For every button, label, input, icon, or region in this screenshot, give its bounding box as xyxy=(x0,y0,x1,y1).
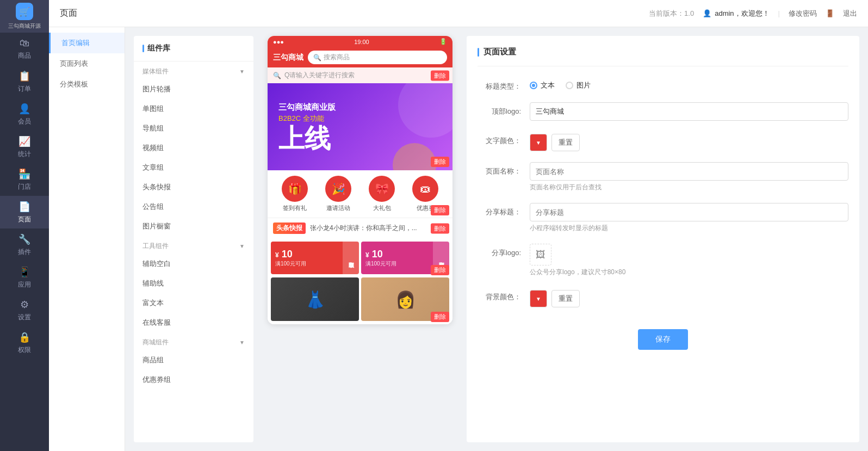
news-delete-button[interactable]: 删除 xyxy=(431,223,449,233)
page-name-label: 页面名称： xyxy=(478,162,521,176)
save-button[interactable]: 保存 xyxy=(638,329,688,350)
sidebar-logo-text: 三勾商城开源 xyxy=(8,22,41,30)
banner-delete-button[interactable]: 删除 xyxy=(431,157,449,167)
shop-group-title: 商城组件 ▼ xyxy=(134,332,253,350)
radio-image-circle xyxy=(566,82,573,89)
coupon-card-1: ¥ 10 满100元可用 立即领取 xyxy=(271,242,359,274)
text-color-label: 文字颜色： xyxy=(478,132,521,146)
top-logo-label: 顶部logo: xyxy=(478,102,521,116)
component-rich-text[interactable]: 富文本 xyxy=(134,293,253,313)
share-title-content: 小程序端转发时显示的标题 xyxy=(530,203,848,233)
sidebar-item-members[interactable]: 👤 会员 xyxy=(0,98,49,131)
coupon-condition-1: 满100元可用 xyxy=(275,260,338,268)
form-row-bg-color: 背景颜色： ▼ 重置 xyxy=(478,288,848,307)
banner-main-text: 上线 xyxy=(278,126,331,152)
news-tag: 头条快报 xyxy=(273,223,306,234)
members-icon: 👤 xyxy=(18,103,30,115)
search-delete-button[interactable]: 删除 xyxy=(431,70,449,81)
component-headline[interactable]: 头条快报 xyxy=(134,177,253,197)
title-type-content: 文本 图片 xyxy=(530,77,848,90)
sidebar-item-stores[interactable]: 🏪 门店 xyxy=(0,163,49,196)
stats-icon: 📈 xyxy=(18,135,30,147)
products-delete-button[interactable]: 删除 xyxy=(431,312,449,322)
bg-color-reset-button[interactable]: 重置 xyxy=(551,290,580,307)
sidebar-item-label: 门店 xyxy=(18,182,31,191)
sidebar-item-plugins[interactable]: 🔧 插件 xyxy=(0,228,49,261)
title-type-radio-group: 文本 图片 xyxy=(530,77,848,90)
logout-icon: 🚪 xyxy=(826,9,834,17)
share-title-input[interactable] xyxy=(530,203,848,221)
bg-color-picker-row: ▼ 重置 xyxy=(530,288,848,307)
invite-label: 邀请活动 xyxy=(326,204,350,212)
form-row-title-type: 标题类型： 文本 图片 xyxy=(478,77,848,91)
component-goods-group[interactable]: 商品组 xyxy=(134,350,253,370)
phone-coupons: ¥ 10 满100元可用 立即领取 ¥ 10 满100元可用 立即领取 xyxy=(268,238,452,277)
radio-image[interactable]: 图片 xyxy=(566,81,591,90)
component-article-group[interactable]: 文章组 xyxy=(134,158,253,177)
text-color-swatch[interactable]: ▼ xyxy=(530,134,547,151)
sidebar-item-permissions[interactable]: 🔒 权限 xyxy=(0,326,49,359)
coupon-left-2: ¥ 10 满100元可用 xyxy=(361,245,433,271)
component-image-window[interactable]: 图片橱窗 xyxy=(134,217,253,236)
logout-link[interactable]: 退出 xyxy=(843,9,857,18)
radio-image-label: 图片 xyxy=(576,81,591,90)
sidebar: 🛒 三勾商城开源 🛍 商品 📋 订单 👤 会员 📈 统计 🏪 门店 📄 页面 🔧… xyxy=(0,0,49,451)
user-avatar-icon: 👤 xyxy=(703,9,711,17)
gift-icon: 🎀 xyxy=(369,176,395,202)
component-helper-line[interactable]: 辅助线 xyxy=(134,274,253,293)
three-col: 组件库 媒体组件 ▼ 图片轮播 单图组 导航组 视频组 文章组 头条快报 公告组… xyxy=(125,27,868,451)
subnav-page-list[interactable]: 页面列表 xyxy=(49,53,125,74)
share-logo-upload[interactable]: 🖼 xyxy=(530,244,551,265)
settings-title: 页面设置 xyxy=(478,47,848,66)
sidebar-item-apps[interactable]: 📱 应用 xyxy=(0,261,49,294)
change-password-link[interactable]: 修改密码 xyxy=(789,9,817,18)
sidebar-item-stats[interactable]: 📈 统计 xyxy=(0,131,49,163)
bg-color-swatch[interactable]: ▼ xyxy=(530,290,547,307)
sidebar-item-label: 统计 xyxy=(18,150,31,159)
component-coupon-group[interactable]: 优惠券组 xyxy=(134,370,253,390)
page-name-input[interactable] xyxy=(530,162,848,181)
store-name: 三勾商城 xyxy=(273,53,303,63)
text-color-reset-button[interactable]: 重置 xyxy=(551,134,580,151)
component-online-service[interactable]: 在线客服 xyxy=(134,313,253,332)
component-single-group[interactable]: 单图组 xyxy=(134,99,253,119)
component-spacer[interactable]: 辅助空白 xyxy=(134,254,253,274)
chevron-down-icon-3: ▼ xyxy=(239,339,245,345)
radio-text[interactable]: 文本 xyxy=(530,81,555,90)
component-nav-group[interactable]: 导航组 xyxy=(134,119,253,138)
text-color-picker-row: ▼ 重置 xyxy=(530,132,848,151)
subnav-category-template[interactable]: 分类模板 xyxy=(49,74,125,95)
component-video-group[interactable]: 视频组 xyxy=(134,138,253,158)
share-logo-content: 🖼 公众号分享logo，建议尺寸80×80 xyxy=(530,244,848,277)
search-hint-icon: 🔍 xyxy=(273,72,281,79)
sidebar-item-pages[interactable]: 📄 页面 xyxy=(0,196,49,228)
coupon-right-1: 立即领取 xyxy=(343,242,359,274)
phone-news: 头条快报 张小龙4小时演讲：你和高手之间，... › 删除 xyxy=(268,218,452,238)
shop-group-label: 商城组件 xyxy=(142,338,169,347)
chevron-down-icon: ▼ xyxy=(239,69,245,75)
radio-text-label: 文本 xyxy=(541,81,555,90)
top-logo-input[interactable] xyxy=(530,102,848,121)
phone-preview: ●●● 19:00 🔋 三勾商城 🔍 搜索商品 🔍 xyxy=(262,36,458,442)
component-carousel[interactable]: 图片轮播 xyxy=(134,79,253,99)
sidebar-item-goods[interactable]: 🛍 商品 xyxy=(0,33,49,65)
coupon-left-1: ¥ 10 满100元可用 xyxy=(271,245,343,271)
share-logo-hint: 公众号分享logo，建议尺寸80×80 xyxy=(530,268,848,277)
phone-search-bar[interactable]: 🔍 搜索商品 xyxy=(308,51,447,64)
icons-delete-button[interactable]: 删除 xyxy=(431,205,449,215)
battery-icon: 🔋 xyxy=(439,38,447,45)
sidebar-item-orders[interactable]: 📋 订单 xyxy=(0,65,49,98)
share-logo-label: 分享logo: xyxy=(478,244,521,258)
product-img-1: 👗 xyxy=(271,277,359,321)
sub-nav: 首页编辑 页面列表 分类模板 xyxy=(49,27,125,451)
coupons-delete-button[interactable]: 删除 xyxy=(431,265,449,275)
with-subnav: 首页编辑 页面列表 分类模板 组件库 媒体组件 ▼ 图片轮播 单图组 导航组 视… xyxy=(49,27,868,451)
form-row-page-name: 页面名称： 页面名称仅用于后台查找 xyxy=(478,162,848,192)
logo-icon: 🛒 xyxy=(16,3,33,20)
component-notice-group[interactable]: 公告组 xyxy=(134,197,253,217)
sidebar-item-settings[interactable]: ⚙ 设置 xyxy=(0,294,49,326)
sidebar-logo[interactable]: 🛒 三勾商城开源 xyxy=(0,0,49,33)
subnav-home-edit[interactable]: 首页编辑 xyxy=(49,33,125,53)
goods-icon: 🛍 xyxy=(20,38,29,49)
sidebar-item-label: 会员 xyxy=(18,117,31,126)
